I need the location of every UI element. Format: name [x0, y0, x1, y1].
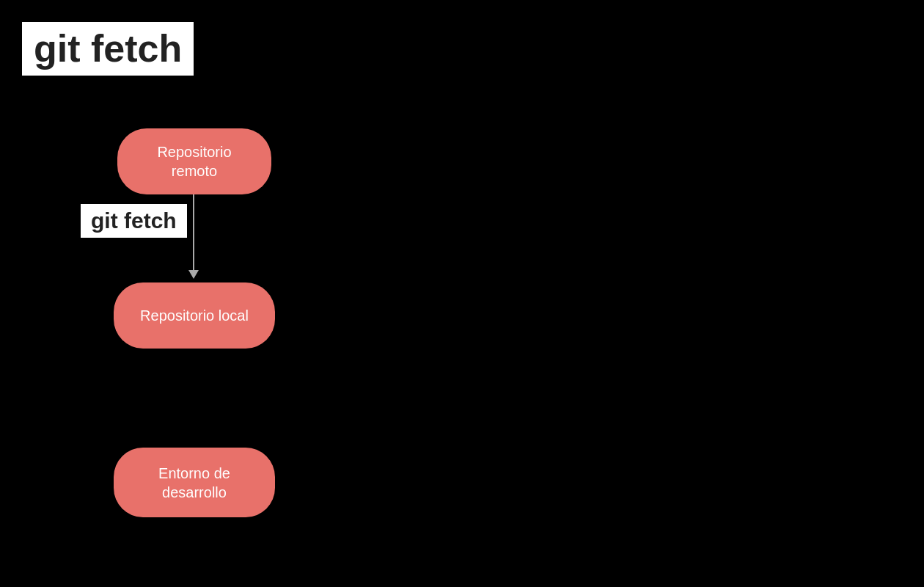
main-container: git fetch Repositorioremoto git fetch Re…	[0, 0, 924, 587]
left-title-box: git fetch	[22, 22, 194, 76]
left-fetch-label-text: git fetch	[91, 208, 177, 233]
left-local-label: Repositorio local	[140, 306, 249, 325]
left-node-entorno: Entorno dedesarrollo	[114, 448, 275, 517]
left-title-text: git fetch	[34, 27, 182, 70]
left-connector-1	[193, 194, 194, 271]
left-label-fetch-box: git fetch	[81, 204, 187, 238]
left-node-remote: Repositorioremoto	[117, 128, 271, 194]
left-entorno-label: Entorno dedesarrollo	[158, 464, 230, 502]
left-diagram: git fetch Repositorioremoto git fetch Re…	[0, 0, 462, 587]
left-node-local: Repositorio local	[114, 282, 275, 349]
left-remote-label: Repositorioremoto	[157, 142, 231, 181]
left-arrow-1	[188, 270, 199, 279]
